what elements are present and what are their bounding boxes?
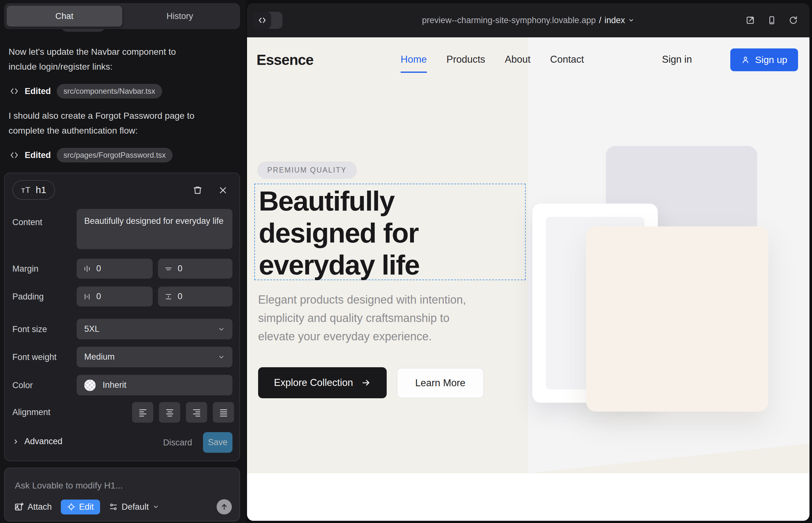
hero-paragraph-line: Elegant products designed with intention… [258, 291, 466, 309]
padding-y-input[interactable]: 0 [158, 287, 232, 306]
color-value: Inherit [103, 380, 126, 390]
hero-paragraph-line: elevate your everyday experience. [258, 327, 466, 346]
attach-label: Attach [28, 502, 52, 512]
padding-label: Padding [12, 292, 44, 302]
open-external-icon[interactable] [745, 16, 755, 25]
browser-actions [745, 3, 798, 37]
advanced-toggle[interactable]: Advanced [12, 437, 63, 446]
chat-message: Now let's update the Navbar component to… [8, 44, 235, 74]
nav-link-about[interactable]: About [505, 54, 530, 65]
edited-label: Edited [25, 150, 51, 160]
padding-x-input[interactable]: 0 [77, 287, 153, 306]
font-size-label: Font size [12, 325, 47, 334]
element-inspector-panel: тT h1 Content Beautifully designed for e… [4, 173, 240, 461]
attach-button[interactable]: Attach [14, 502, 52, 512]
edit-mode-button[interactable]: Edit [61, 500, 100, 515]
sign-up-button[interactable]: Sign up [730, 49, 798, 71]
url-separator: / [599, 16, 601, 25]
default-label: Default [122, 502, 149, 512]
padding-y-value: 0 [178, 292, 182, 301]
edited-label: Edited [25, 86, 51, 96]
content-input[interactable]: Beautifully designed for everyday life [77, 209, 232, 249]
align-right-button[interactable] [186, 402, 207, 422]
tab-history[interactable]: History [122, 6, 238, 26]
sign-in-link[interactable]: Sign in [662, 37, 692, 82]
align-right-icon [192, 408, 201, 417]
mobile-preview-icon[interactable] [767, 16, 777, 25]
align-left-icon [138, 408, 147, 417]
edited-file-row: Edited src/components/Navbar.tsx [10, 83, 162, 100]
nav-link-contact[interactable]: Contact [550, 54, 584, 65]
color-label: Color [12, 381, 33, 390]
nav-link-home[interactable]: Home [401, 54, 427, 65]
chevron-right-icon [12, 438, 19, 445]
color-swatch [84, 380, 96, 391]
save-button[interactable]: Save [203, 432, 232, 453]
alignment-group [132, 402, 234, 422]
element-tag-label: h1 [36, 184, 46, 195]
chat-composer: Attach Edit Default [4, 468, 240, 521]
chat-history-tabs: Chat History [4, 3, 240, 29]
margin-y-input[interactable]: 0 [158, 259, 232, 278]
site-nav-links: Home Products About Contact [401, 37, 584, 82]
font-size-value: 5XL [84, 324, 100, 334]
hero-paragraph-line: simplicity and quality craftsmanship to [258, 309, 466, 327]
margin-x-value: 0 [96, 264, 101, 273]
code-icon [10, 150, 19, 160]
explore-collection-button[interactable]: Explore Collection [258, 367, 387, 398]
nav-link-products[interactable]: Products [446, 54, 485, 65]
align-justify-button[interactable] [213, 402, 234, 422]
site-preview: Essence Home Products About Contact Sign… [247, 37, 810, 521]
margin-label: Margin [12, 264, 39, 274]
selected-element-pill[interactable]: тT h1 [12, 180, 55, 200]
align-left-button[interactable] [132, 402, 153, 422]
font-size-select[interactable]: 5XL [77, 319, 232, 339]
sliders-icon [109, 502, 118, 511]
chevron-down-icon [218, 354, 225, 361]
margin-vertical-icon [164, 265, 173, 273]
font-weight-label: Font weight [12, 353, 57, 362]
hero-heading-line: designed for [259, 217, 419, 249]
browser-chrome-bar: preview--charming-site-symphony.lovable.… [247, 3, 810, 37]
margin-x-input[interactable]: 0 [77, 259, 153, 278]
margin-horizontal-icon [83, 265, 91, 273]
chevron-down-icon [153, 504, 159, 510]
preview-browser-window: preview--charming-site-symphony.lovable.… [247, 3, 810, 521]
url-bar[interactable]: preview--charming-site-symphony.lovable.… [247, 3, 810, 37]
code-icon [10, 86, 19, 96]
font-weight-select[interactable]: Medium [77, 347, 232, 367]
hero-heading: Beautifully designed for everyday life [259, 185, 419, 281]
delete-element-button[interactable] [190, 183, 205, 198]
send-button[interactable] [217, 499, 232, 515]
color-select[interactable]: Inherit [77, 375, 232, 395]
default-mode-button[interactable]: Default [109, 502, 159, 512]
arrow-up-icon [220, 503, 228, 511]
tab-chat[interactable]: Chat [7, 6, 122, 26]
chat-message-line: complete the authentication flow: [8, 123, 235, 138]
trash-icon [193, 185, 202, 195]
chat-message-line: include login/register links: [8, 59, 235, 74]
alignment-label: Alignment [12, 408, 50, 417]
advanced-label: Advanced [24, 437, 63, 446]
arrow-right-icon [361, 378, 371, 387]
edited-file-row: Edited src/pages/ForgotPassword.tsx [10, 147, 173, 163]
align-center-button[interactable] [159, 402, 180, 422]
close-panel-button[interactable] [215, 183, 231, 198]
chevron-down-icon [218, 326, 225, 333]
decorative-card-cream [586, 227, 768, 412]
selected-h1-element[interactable]: Beautifully designed for everyday life [254, 184, 526, 280]
url-host: preview--charming-site-symphony.lovable.… [422, 16, 596, 25]
file-badge[interactable]: src/components/Navbar.tsx [57, 84, 162, 98]
file-badge[interactable]: src/pages/ForgotPassword.tsx [57, 148, 173, 162]
learn-more-button[interactable]: Learn More [397, 368, 484, 398]
padding-horizontal-icon [83, 292, 91, 301]
chat-message: I should also create a Forgot Password p… [8, 108, 235, 138]
discard-button[interactable]: Discard [163, 438, 192, 448]
edit-label: Edit [79, 502, 94, 512]
content-label: Content [12, 217, 42, 227]
refresh-icon[interactable] [789, 16, 798, 25]
premium-quality-badge: PREMIUM QUALITY [257, 161, 357, 179]
site-logo[interactable]: Essence [257, 51, 314, 68]
chat-sidebar: ... Chat History Now let's update the Na… [0, 0, 246, 523]
composer-input[interactable] [15, 478, 227, 493]
